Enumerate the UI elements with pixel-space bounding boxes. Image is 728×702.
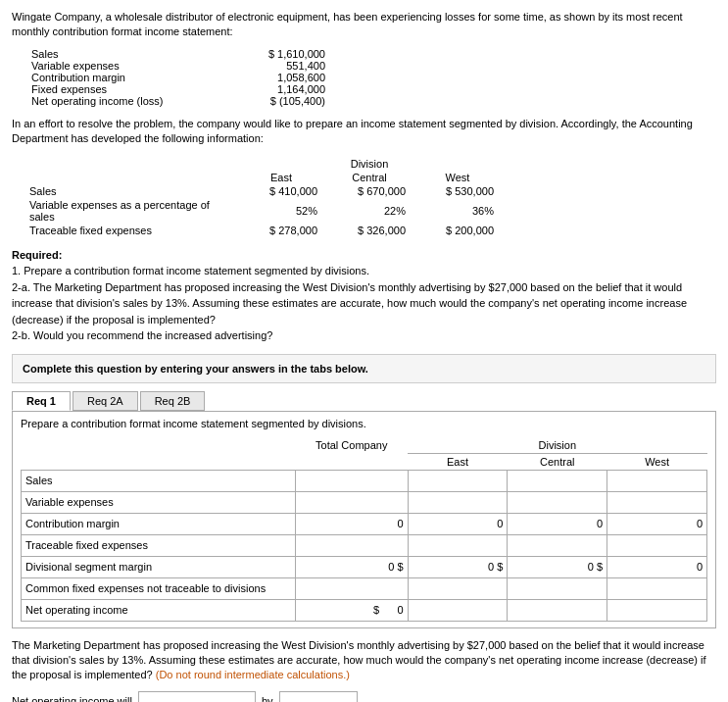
- segmented-income-table: Total Company Division East Central West…: [21, 437, 707, 622]
- income-varexp-label: Variable expenses: [31, 60, 188, 72]
- div-traceable-central: $ 326,000: [325, 224, 413, 237]
- varexp-east-cell[interactable]: [408, 491, 508, 513]
- required-section: Required: 1. Prepare a contribution form…: [12, 247, 716, 344]
- traceable-central-input[interactable]: [508, 535, 607, 556]
- div-sales-east: $ 410,000: [237, 184, 325, 198]
- div-traceable-east: $ 278,000: [237, 224, 325, 237]
- intro-paragraph2: In an effort to resolve the problem, the…: [12, 117, 716, 147]
- sales-total-cell[interactable]: [296, 470, 409, 491]
- varexp-label: Variable expenses: [22, 491, 296, 513]
- div-varexp-central: 22%: [325, 198, 413, 224]
- required-item3: 2-b. Would you recommend the increased a…: [12, 329, 272, 341]
- contribmargin-total: 0: [296, 513, 409, 534]
- division-header: Division: [237, 157, 502, 171]
- divsegmargin-east: 0 $: [408, 556, 508, 577]
- traceable-total-cell[interactable]: [296, 534, 409, 556]
- income-netop-label: Net operating income (loss): [31, 95, 188, 107]
- div-traceable-label: Traceable fixed expenses: [22, 224, 237, 237]
- divsegmargin-label: Divisional segment margin: [22, 556, 296, 577]
- required-heading: Required:: [12, 249, 62, 261]
- div-varexp-east: 52%: [237, 198, 325, 224]
- div-traceable-west: $ 200,000: [413, 224, 502, 237]
- varexp-west-input[interactable]: [607, 492, 706, 513]
- varexp-central-cell[interactable]: [508, 491, 607, 513]
- central-col-header: Central: [508, 453, 607, 470]
- traceable-west-cell[interactable]: [607, 534, 707, 556]
- traceable-central-cell[interactable]: [508, 534, 607, 556]
- contribmargin-central: 0: [508, 513, 607, 534]
- by-amount-input[interactable]: [279, 691, 358, 702]
- divsegmargin-west: 0: [607, 556, 707, 577]
- empty-header2: [22, 453, 296, 470]
- table-row: Traceable fixed expenses: [22, 534, 707, 556]
- income-fixedexp-label: Fixed expenses: [31, 83, 188, 95]
- bottom-section: The Marketing Department has proposed in…: [12, 638, 716, 683]
- contribmargin-east: 0: [408, 513, 508, 534]
- complete-box: Complete this question by entering your …: [12, 354, 716, 383]
- sales-total-input[interactable]: [296, 471, 408, 491]
- commonfixed-central: [508, 577, 607, 599]
- varexp-total-cell[interactable]: [296, 491, 409, 513]
- required-item2: 2-a. The Marketing Department has propos…: [12, 281, 687, 326]
- income-sales-label: Sales: [31, 48, 188, 60]
- income-fixedexp-value: 1,164,000: [227, 83, 325, 95]
- tabs-row: Req 1 Req 2A Req 2B: [12, 391, 716, 411]
- traceable-east-input[interactable]: [409, 535, 508, 556]
- varexp-central-input[interactable]: [508, 492, 607, 513]
- tab-req2a[interactable]: Req 2A: [73, 391, 138, 411]
- intro-paragraph1: Wingate Company, a wholesale distributor…: [12, 10, 716, 40]
- west-col-header: West: [607, 453, 707, 470]
- division-group-header: Division: [408, 437, 706, 454]
- netopincome-label: Net operating income: [22, 599, 296, 621]
- commonfixed-east: [408, 577, 508, 599]
- total-col-header: [296, 453, 409, 470]
- table-row: Net operating income $ 0: [22, 599, 707, 621]
- traceable-total-input[interactable]: [296, 535, 408, 556]
- tab-instruction: Prepare a contribution format income sta…: [21, 418, 707, 429]
- div-sales-label: Sales: [22, 184, 237, 198]
- sales-west-cell[interactable]: [607, 470, 707, 491]
- traceable-west-input[interactable]: [607, 535, 706, 556]
- bottom-input-label: Net operating income will: [12, 695, 132, 702]
- col-central-header: Central: [325, 171, 413, 184]
- sales-central-input[interactable]: [508, 471, 607, 491]
- div-sales-west: $ 530,000: [413, 184, 502, 198]
- varexp-west-cell[interactable]: [607, 491, 707, 513]
- netopincome-west: [607, 599, 707, 621]
- tab-req1[interactable]: Req 1: [12, 391, 71, 411]
- divsegmargin-central: 0 $: [508, 556, 607, 577]
- net-operating-income-change-input[interactable]: [138, 691, 256, 702]
- col-west-header: West: [413, 171, 502, 184]
- netopincome-central: [508, 599, 607, 621]
- income-netop-value: $ (105,400): [227, 95, 325, 107]
- commonfixed-label: Common fixed expenses not traceable to d…: [22, 577, 296, 599]
- contribmargin-west: 0: [607, 513, 707, 534]
- commonfixed-west: [607, 577, 707, 599]
- commonfixed-total-input[interactable]: [296, 578, 408, 599]
- varexp-total-input[interactable]: [296, 492, 408, 513]
- table-row: Contribution margin 0 0 0 0: [22, 513, 707, 534]
- income-sales-value: $ 1,610,000: [227, 48, 325, 60]
- div-sales-central: $ 670,000: [325, 184, 413, 198]
- tab-req2b[interactable]: Req 2B: [140, 391, 206, 411]
- sales-east-input[interactable]: [409, 471, 508, 491]
- sales-central-cell[interactable]: [508, 470, 607, 491]
- division-table: Division East Central West Sales $ 410,0…: [12, 157, 716, 237]
- table-row: Sales: [22, 470, 707, 491]
- table-row: Variable expenses: [22, 491, 707, 513]
- traceable-label: Traceable fixed expenses: [22, 534, 296, 556]
- income-contribmargin-label: Contribution margin: [31, 72, 188, 83]
- sales-west-input[interactable]: [607, 471, 706, 491]
- east-col-header: East: [408, 453, 508, 470]
- traceable-east-cell[interactable]: [408, 534, 508, 556]
- sales-east-cell[interactable]: [408, 470, 508, 491]
- income-statement-table: Sales$ 1,610,000 Variable expenses551,40…: [31, 48, 716, 107]
- bottom-orange-text: (Do not round intermediate calculations.…: [156, 669, 350, 680]
- income-varexp-value: 551,400: [227, 60, 325, 72]
- col-east-header: East: [237, 171, 325, 184]
- netopincome-total: $ 0: [296, 599, 409, 621]
- commonfixed-total-cell[interactable]: [296, 577, 409, 599]
- div-varexp-label: Variable expenses as a percentage of sal…: [22, 198, 237, 224]
- tab-content: Prepare a contribution format income sta…: [12, 411, 716, 628]
- varexp-east-input[interactable]: [409, 492, 508, 513]
